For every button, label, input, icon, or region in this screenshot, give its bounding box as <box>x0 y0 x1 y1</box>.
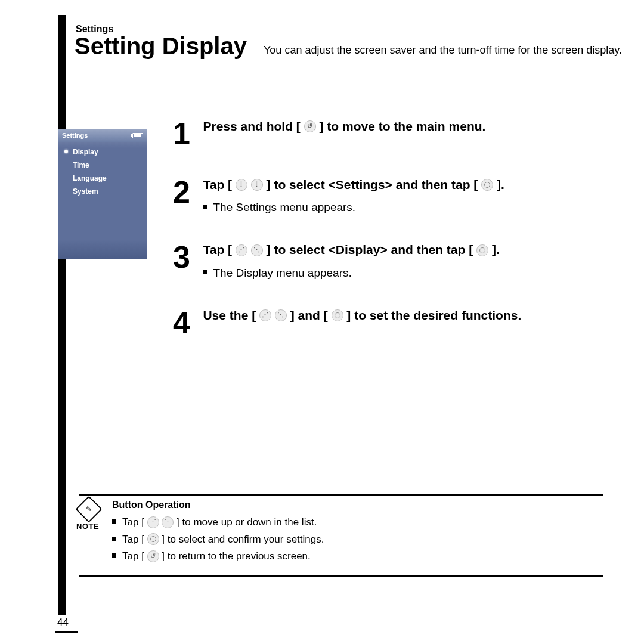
bullet-icon <box>112 537 116 541</box>
device-menu-item: System <box>64 185 141 198</box>
steps-list: 1 Press and hold [ ↺ ] to move to the ma… <box>173 118 596 366</box>
step-sub: The Settings menu appears. <box>203 201 504 214</box>
step-heading: Tap [ ⋮ ⋮ ] to select <Settings> and the… <box>203 178 504 191</box>
note-item: Tap [ ⋰ ⋱ ] to move up or down in the li… <box>112 514 596 531</box>
back-icon: ↺ <box>304 120 316 132</box>
note-item: Tap [ ↺ ] to return to the previous scre… <box>112 548 596 565</box>
select-icon <box>476 244 488 256</box>
right-icon: ⋮ <box>251 179 263 191</box>
down-icon: ⋱ <box>251 244 263 256</box>
step-heading: Tap [ ⋰ ⋱ ] to select <Display> and then… <box>203 243 499 256</box>
step-heading: Press and hold [ ↺ ] to move to the main… <box>203 119 485 133</box>
device-menu: Display Time Language System <box>58 142 147 202</box>
up-icon: ⋰ <box>236 244 247 256</box>
down-icon: ⋱ <box>162 516 174 528</box>
device-screenshot: Settings Display Time Language System <box>58 129 147 259</box>
side-accent-bar <box>58 15 66 615</box>
device-menu-item: Time <box>64 159 141 172</box>
note-label: NOTE <box>76 522 99 531</box>
back-icon: ↺ <box>147 550 159 562</box>
note-icon: ✎ <box>75 496 102 522</box>
bullet-icon <box>203 270 207 274</box>
page-description: You can adjust the screen saver and the … <box>264 44 622 57</box>
note-title: Button Operation <box>112 500 596 510</box>
divider <box>79 494 603 496</box>
step: 3 Tap [ ⋰ ⋱ ] to select <Display> and th… <box>173 242 596 279</box>
device-menu-item: Display <box>64 145 141 159</box>
select-icon <box>481 179 493 191</box>
page-number: 44 <box>57 617 69 628</box>
step-heading: Use the [ ⋰ ⋱ ] and [ ] to set the desir… <box>203 308 521 322</box>
step-number: 3 <box>173 242 197 273</box>
step-number: 2 <box>173 177 197 208</box>
bullet-icon <box>203 205 207 209</box>
up-icon: ⋰ <box>147 516 159 528</box>
step: 2 Tap [ ⋮ ⋮ ] to select <Settings> and t… <box>173 177 596 214</box>
left-icon: ⋮ <box>236 179 247 191</box>
divider <box>79 575 603 577</box>
page-title: Setting Display <box>75 33 247 60</box>
device-menu-item: Language <box>64 172 141 185</box>
step: 1 Press and hold [ ↺ ] to move to the ma… <box>173 118 596 149</box>
note-item: Tap [ ] to select and confirm your setti… <box>112 531 596 549</box>
down-icon: ⋱ <box>275 309 287 321</box>
bullet-icon <box>112 553 116 558</box>
note-body: Button Operation Tap [ ⋰ ⋱ ] to move up … <box>112 500 596 565</box>
step: 4 Use the [ ⋰ ⋱ ] and [ ] to set the des… <box>173 307 596 338</box>
select-icon <box>147 533 159 545</box>
step-sub: The Display menu appears. <box>203 267 499 280</box>
bullet-icon <box>112 519 116 524</box>
device-header: Settings <box>58 129 147 142</box>
device-header-title: Settings <box>62 132 88 139</box>
page-number-bar <box>55 631 78 633</box>
step-number: 4 <box>173 307 197 338</box>
select-icon <box>332 309 343 321</box>
step-number: 1 <box>173 118 197 149</box>
up-icon: ⋰ <box>259 309 271 321</box>
battery-icon <box>132 133 143 138</box>
